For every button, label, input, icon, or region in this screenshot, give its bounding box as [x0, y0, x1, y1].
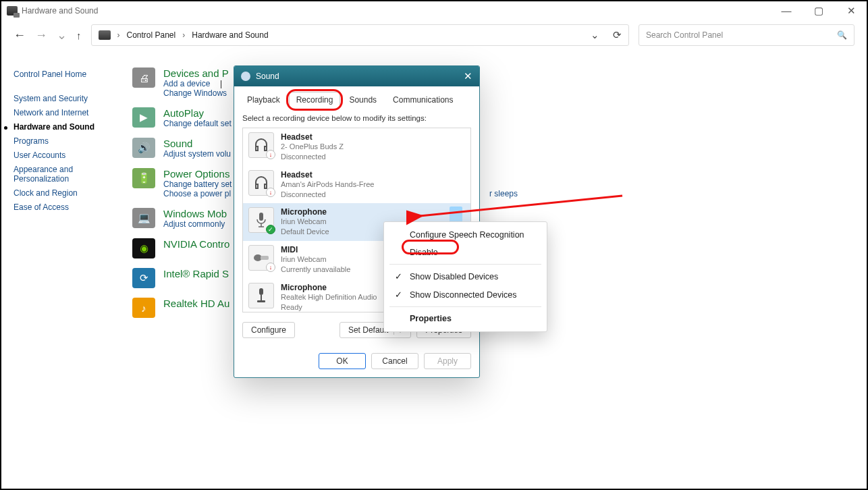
back-button[interactable]: ← [13, 28, 26, 43]
dialog-tabs: Playback Recording Sounds Communications [234, 86, 479, 107]
address-bar[interactable]: › Control Panel › Hardware and Sound ⌄ ⟳ [91, 24, 630, 46]
link-adjust-commonly[interactable]: Adjust commonly [163, 219, 225, 229]
headset-icon: ↓ [248, 132, 274, 158]
intel-icon: ⟳ [132, 268, 155, 288]
tab-recording[interactable]: Recording [289, 92, 341, 107]
cat-devices[interactable]: Devices and P [163, 67, 229, 79]
check-badge-icon: ✓ [266, 225, 275, 234]
tab-playback[interactable]: Playback [240, 92, 288, 107]
cancel-button[interactable]: Cancel [371, 353, 418, 369]
sound-icon: 🔊 [132, 138, 155, 158]
menu-label: Show Disabled Devices [410, 272, 498, 281]
device-sub: Realtek High Definition Audio [281, 292, 377, 302]
link-add-device[interactable]: Add a device [163, 79, 210, 88]
sidebar-item-users[interactable]: User Accounts [13, 151, 132, 160]
breadcrumb-b[interactable]: Hardware and Sound [192, 30, 268, 40]
cat-power[interactable]: Power Options [163, 168, 237, 180]
menu-separator [389, 306, 541, 307]
sidebar-item-system[interactable]: System and Security [13, 94, 132, 103]
device-sub: Iriun Webcam [281, 217, 329, 227]
configure-button[interactable]: Configure [242, 322, 295, 338]
down-arrow-badge-icon: ↓ [266, 188, 275, 197]
minimize-button[interactable]: — [776, 5, 796, 17]
forward-button[interactable]: → [35, 28, 47, 43]
down-arrow-badge-icon: ↓ [266, 263, 275, 272]
chevron-right-icon: › [182, 30, 185, 40]
ok-button[interactable]: OK [319, 353, 366, 369]
control-panel-home[interactable]: Control Panel Home [13, 70, 132, 79]
maximize-button[interactable]: ▢ [809, 5, 829, 17]
device-status: Disconnected [281, 190, 374, 200]
menu-separator [389, 264, 541, 265]
sidebar-item-ease[interactable]: Ease of Access [13, 202, 132, 212]
check-icon: ✓ [395, 271, 403, 281]
search-icon: 🔍 [837, 30, 847, 40]
power-icon: 🔋 [132, 168, 155, 188]
menu-label: Show Disconnected Devices [410, 290, 516, 300]
tab-communications[interactable]: Communications [385, 92, 460, 107]
cat-mobility[interactable]: Windows Mob [163, 208, 227, 219]
device-sub: Aman's AirPods Hands-Free [281, 180, 374, 190]
sidebar-item-appearance[interactable]: Appearance and Personalization [13, 165, 108, 184]
nvidia-icon: ◉ [132, 238, 155, 258]
tab-recording-label: Recording [296, 95, 333, 105]
history-dropdown[interactable]: ⌄ [591, 29, 599, 41]
chevron-right-icon: › [117, 30, 120, 40]
device-sub: Iriun Webcam [281, 254, 350, 265]
menu-show-disconnected[interactable]: ✓Show Disconnected Devices [384, 285, 547, 304]
menu-disable[interactable]: Disable [384, 244, 547, 261]
dialog-close-button[interactable]: ✕ [464, 70, 472, 82]
cat-intel[interactable]: Intel® Rapid S [163, 268, 229, 279]
menu-show-disabled[interactable]: ✓Show Disabled Devices [384, 267, 547, 285]
sidebar-item-network[interactable]: Network and Internet [13, 108, 132, 117]
check-icon: ✓ [395, 290, 403, 300]
window-titlebar: Hardware and Sound — ▢ ✕ [1, 1, 867, 20]
realtek-icon: ♪ [132, 298, 155, 318]
sidebar-item-clock[interactable]: Clock and Region [13, 188, 132, 198]
device-sub: 2- OnePlus Buds Z [281, 142, 344, 152]
link-change-windows[interactable]: Change Windows [163, 88, 227, 98]
svg-rect-4 [261, 295, 262, 300]
app-icon [7, 6, 18, 16]
recent-dropdown[interactable]: ⌄ [57, 28, 67, 43]
midi-icon: ↓ [248, 245, 274, 271]
menu-label: Configure Speech Recognition [410, 230, 524, 240]
link-system-volume[interactable]: Adjust system volu [163, 149, 231, 159]
device-name: Headset [281, 170, 374, 180]
window-title: Hardware and Sound [22, 6, 98, 16]
close-button[interactable]: ✕ [841, 5, 861, 17]
devices-icon: 🖨 [132, 67, 155, 88]
cat-autoplay[interactable]: AutoPlay [163, 107, 232, 119]
device-name: Headset [281, 132, 344, 142]
sidebar-item-hardware[interactable]: Hardware and Sound [13, 122, 132, 132]
search-input[interactable]: Search Control Panel 🔍 [639, 24, 855, 46]
svg-rect-3 [259, 288, 263, 295]
link-battery-settings[interactable]: Change battery set [163, 180, 232, 189]
cat-realtek[interactable]: Realtek HD Au [163, 298, 229, 309]
dialog-title: Sound [256, 72, 279, 81]
mobility-icon: 💻 [132, 208, 155, 228]
menu-properties[interactable]: Properties [384, 310, 547, 327]
microphone-icon: ✓ [248, 207, 274, 233]
refresh-button[interactable]: ⟳ [613, 29, 622, 41]
dialog-titlebar[interactable]: Sound ✕ [234, 66, 479, 86]
sidebar-item-programs[interactable]: Programs [13, 136, 132, 146]
link-default-settings[interactable]: Change default set [163, 119, 232, 128]
link-sleeps-partial[interactable]: r sleeps [489, 189, 518, 198]
device-status: Disconnected [281, 152, 344, 162]
device-row[interactable]: ↓ HeadsetAman's AirPods Hands-FreeDiscon… [243, 166, 470, 204]
sound-dialog-icon [241, 72, 250, 81]
tab-sounds[interactable]: Sounds [342, 92, 384, 107]
device-status: Default Device [281, 227, 329, 237]
menu-configure-speech[interactable]: Configure Speech Recognition [384, 226, 547, 244]
device-row[interactable]: ↓ Headset2- OnePlus Buds ZDisconnected [243, 128, 470, 166]
sidebar: Control Panel Home System and Security N… [13, 58, 132, 327]
cat-sound[interactable]: Sound [163, 138, 231, 149]
cat-nvidia[interactable]: NVIDIA Contro [163, 238, 229, 250]
link-power-plan[interactable]: Choose a power pl [163, 189, 231, 198]
nav-row: ← → ⌄ ↑ › Control Panel › Hardware and S… [1, 20, 867, 54]
device-name: Microphone [281, 207, 329, 217]
breadcrumb-a[interactable]: Control Panel [127, 30, 176, 40]
up-button[interactable]: ↑ [76, 30, 82, 41]
apply-button[interactable]: Apply [424, 353, 471, 369]
